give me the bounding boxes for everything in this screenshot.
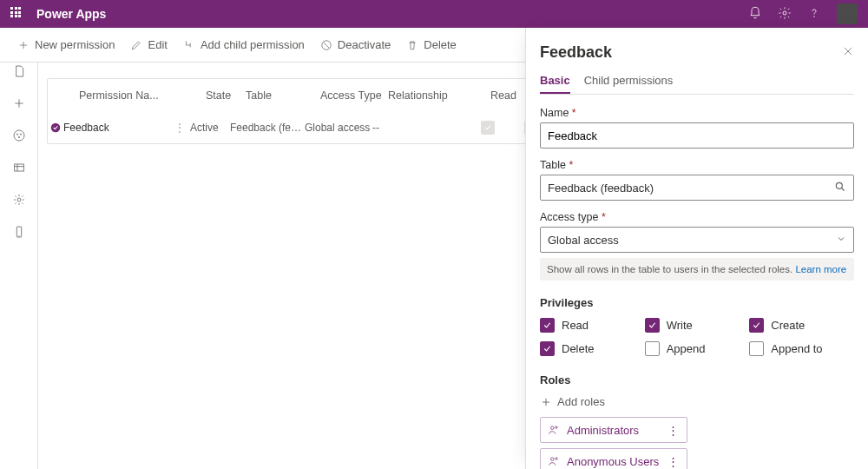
table-label: Table * xyxy=(540,159,854,171)
add-roles-button[interactable]: Add roles xyxy=(540,395,854,408)
gear-icon[interactable] xyxy=(778,6,792,23)
svg-point-5 xyxy=(18,136,19,137)
read-check xyxy=(481,121,495,135)
priv-create-checkbox[interactable] xyxy=(749,318,764,333)
name-field[interactable] xyxy=(540,122,854,149)
tab-child-permissions[interactable]: Child permissions xyxy=(584,74,674,94)
gear-icon-rail[interactable] xyxy=(12,193,26,209)
palette-icon[interactable] xyxy=(12,129,26,145)
roles-title: Roles xyxy=(540,373,854,386)
role-menu[interactable]: ⋮ xyxy=(667,455,680,468)
learn-more-link[interactable]: Learn more xyxy=(795,264,846,274)
plus-icon[interactable] xyxy=(12,96,26,113)
svg-point-14 xyxy=(551,458,555,461)
svg-point-13 xyxy=(556,426,557,428)
col-read[interactable]: Read xyxy=(482,89,525,102)
col-access[interactable]: Access Type xyxy=(320,89,388,102)
search-icon[interactable] xyxy=(834,181,846,195)
bell-icon[interactable] xyxy=(748,6,762,23)
deactivate-button[interactable]: Deactivate xyxy=(320,38,391,51)
role-chip[interactable]: Administrators⋮ xyxy=(540,417,687,443)
row-menu[interactable]: ⋮ xyxy=(174,122,190,134)
priv-append-checkbox[interactable] xyxy=(645,341,660,356)
access-label: Access type * xyxy=(540,211,854,223)
access-type-field[interactable]: Global access xyxy=(540,227,854,253)
check-icon xyxy=(48,122,63,134)
app-title: Power Apps xyxy=(36,7,748,21)
panel-title: Feedback xyxy=(540,43,612,62)
help-icon[interactable] xyxy=(807,6,821,23)
edit-button[interactable]: Edit xyxy=(130,38,167,51)
priv-delete-checkbox[interactable] xyxy=(540,341,555,356)
col-state[interactable]: State xyxy=(206,89,246,102)
col-name[interactable]: Permission Na... xyxy=(79,89,190,102)
tab-basic[interactable]: Basic xyxy=(540,74,570,94)
priv-appendto-checkbox[interactable] xyxy=(749,341,764,356)
priv-write-checkbox[interactable] xyxy=(645,318,660,333)
details-panel: Feedback Basic Child permissions Name * … xyxy=(525,28,868,469)
avatar[interactable] xyxy=(837,3,858,24)
col-rel[interactable]: Relationship xyxy=(388,89,482,102)
data-icon[interactable] xyxy=(12,161,26,177)
svg-point-1 xyxy=(814,16,815,17)
access-hint: Show all rows in the table to users in t… xyxy=(540,258,854,281)
delete-button[interactable]: Delete xyxy=(406,38,457,51)
role-chip[interactable]: Anonymous Users⋮ xyxy=(540,448,687,469)
svg-point-7 xyxy=(17,198,21,201)
svg-point-11 xyxy=(836,182,842,188)
close-icon[interactable] xyxy=(842,45,854,60)
privileges-title: Privileges xyxy=(540,296,854,309)
page-icon[interactable] xyxy=(12,64,26,81)
svg-rect-8 xyxy=(16,227,21,237)
new-permission-button[interactable]: New permission xyxy=(17,38,115,51)
app-launcher[interactable] xyxy=(10,7,24,21)
svg-point-12 xyxy=(551,426,555,430)
table-field[interactable]: Feedback (feedback) xyxy=(540,175,854,201)
svg-point-0 xyxy=(783,11,786,15)
svg-point-10 xyxy=(51,123,61,133)
priv-read-checkbox[interactable] xyxy=(540,318,555,333)
left-rail xyxy=(0,28,38,469)
mobile-icon[interactable] xyxy=(12,225,26,241)
svg-point-2 xyxy=(14,130,24,141)
svg-point-15 xyxy=(556,458,557,459)
svg-point-4 xyxy=(20,134,21,135)
role-menu[interactable]: ⋮ xyxy=(667,424,680,437)
svg-point-3 xyxy=(16,134,17,135)
col-table[interactable]: Table xyxy=(246,89,320,102)
name-label: Name * xyxy=(540,107,854,119)
chevron-down-icon[interactable] xyxy=(836,234,846,247)
svg-rect-6 xyxy=(14,164,23,171)
add-child-button[interactable]: Add child permission xyxy=(183,38,305,51)
